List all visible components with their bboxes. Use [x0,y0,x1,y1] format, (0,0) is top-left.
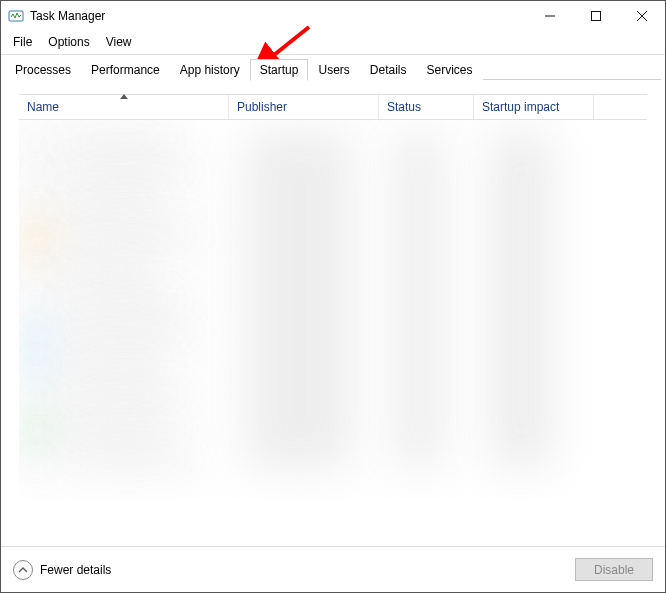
fewer-details-button[interactable]: Fewer details [13,560,111,580]
column-header-status[interactable]: Status [379,95,474,119]
tab-app-history[interactable]: App history [170,59,250,80]
menu-options[interactable]: Options [40,33,97,51]
disable-button[interactable]: Disable [575,558,653,581]
window-title: Task Manager [24,9,105,23]
column-header-row: Name Publisher Status Startup impact [19,94,647,120]
tab-performance[interactable]: Performance [81,59,170,80]
tab-startup[interactable]: Startup [250,59,309,81]
column-header-publisher[interactable]: Publisher [229,95,379,119]
menu-separator [1,54,665,55]
column-header-name[interactable]: Name [19,95,229,119]
tab-services[interactable]: Services [417,59,483,80]
svg-rect-2 [592,12,601,21]
title-bar: Task Manager [1,1,665,31]
column-header-label: Publisher [237,100,287,114]
close-button[interactable] [619,1,665,31]
tab-content: Name Publisher Status Startup impact [1,80,665,500]
sort-ascending-icon [120,94,128,99]
fewer-details-label: Fewer details [40,563,111,577]
tab-details[interactable]: Details [360,59,417,80]
menu-bar: File Options View [1,31,665,54]
footer-bar: Fewer details Disable [1,546,665,592]
tab-strip: Processes Performance App history Startu… [1,59,665,80]
menu-view[interactable]: View [98,33,140,51]
column-header-spacer [594,95,647,119]
chevron-up-icon [13,560,33,580]
column-header-label: Status [387,100,421,114]
column-header-label: Startup impact [482,100,559,114]
column-header-startup-impact[interactable]: Startup impact [474,95,594,119]
task-manager-icon [8,8,24,24]
tab-users[interactable]: Users [308,59,359,80]
column-header-label: Name [27,100,59,114]
startup-items-list[interactable] [19,120,647,500]
minimize-button[interactable] [527,1,573,31]
menu-file[interactable]: File [5,33,40,51]
tab-processes[interactable]: Processes [5,59,81,80]
maximize-button[interactable] [573,1,619,31]
